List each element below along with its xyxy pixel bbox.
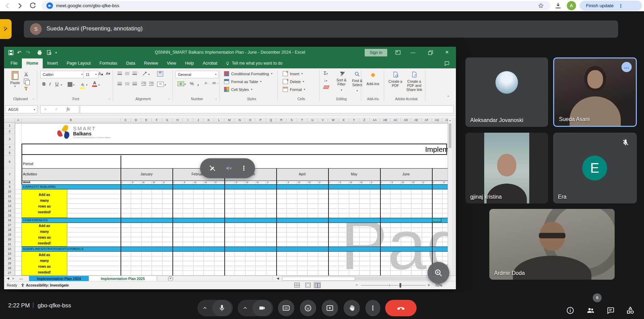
align-top-icon[interactable] [117,72,122,75]
column-header-A[interactable]: A [15,118,22,122]
row-header-12[interactable]: 12 [4,199,15,203]
find-select-button[interactable]: Find & Select▾ [350,71,365,93]
select-all-corner[interactable] [4,118,15,122]
add-rows-note-cell[interactable]: Add asmanyrows asneeded! [22,189,67,218]
column-header-E[interactable]: E [141,118,152,122]
autosum-button[interactable]: Σ▾ [324,70,328,76]
paste-button[interactable]: Paste ▾ [9,70,21,92]
participant-tile-sueda[interactable]: … Sueda Asani [553,57,637,127]
row-header-24[interactable]: 24 [4,256,15,261]
accounting-format-button[interactable]: $ [178,81,184,86]
row-header-23[interactable]: 23 [4,251,15,256]
people-button[interactable] [585,304,597,317]
sheet-more-icon[interactable]: … [19,276,23,280]
row-header-15[interactable]: 15 [4,213,15,218]
borders-dropdown-icon[interactable]: ▾ [73,83,74,87]
cut-icon[interactable] [24,72,29,77]
bookmark-star-icon[interactable] [537,2,544,9]
column-header-V[interactable]: V [318,118,328,122]
underline-dropdown-icon[interactable]: ▾ [61,83,62,87]
sheet-tab-2025[interactable]: Implementation Plan 2025 [89,276,157,281]
sheet-tab-2024[interactable]: Implementation Plan 2024 [29,276,89,281]
tell-me-box[interactable]: Tell me what you want to do [225,61,282,66]
format-cells-button[interactable]: Format▾ [283,87,305,92]
align-left-icon[interactable] [117,82,122,85]
cell-styles-button[interactable]: Cell Styles▾ [224,87,252,92]
chat-button[interactable] [604,304,617,317]
vertical-scrollbar[interactable]: ▴ [448,118,452,276]
tile-more-options-icon[interactable]: … [621,62,632,72]
page-layout-view-icon[interactable] [305,283,311,288]
row-header-1[interactable]: 1 [4,122,15,129]
reactions-button[interactable] [300,300,316,316]
participant-tile-era[interactable]: E Era [553,133,637,203]
orientation-icon[interactable] [142,71,147,76]
format-as-table-button[interactable]: Format as Table▾ [224,79,262,84]
wrap-text-icon[interactable]: ab [157,71,163,77]
download-icon[interactable] [554,1,562,10]
column-header-K[interactable]: K [204,118,214,122]
create-pdf-share-button[interactable]: Create a PDF and Share link [404,71,424,92]
ribbon-tab-review[interactable]: Review [140,58,163,68]
conditional-formatting-button[interactable]: Conditional Formatting▾ [224,71,272,76]
shrink-font-button[interactable]: A▾ [106,71,110,76]
font-size-select[interactable]: 11▾ [83,71,98,78]
more-options-button[interactable]: ⋮ [365,300,380,316]
row-header-2[interactable]: 2 [4,129,15,134]
row-header-16[interactable]: 16 [4,218,15,223]
add-rows-note-cell[interactable]: Add asmanyrows asneeded! [22,251,67,276]
sort-filter-button[interactable]: AZ Sort & Filter▾ [335,71,348,92]
ribbon-tab-file[interactable]: File [6,58,22,68]
sheet-next-icon[interactable]: ▶ [12,277,15,280]
merge-center-icon[interactable] [157,82,164,87]
row-header-18[interactable]: 18 [4,227,15,232]
mic-button[interactable] [212,300,232,316]
column-header-AC[interactable]: AC [390,118,401,122]
column-header-W[interactable]: W [328,118,338,122]
new-sheet-icon[interactable]: + [168,276,173,281]
align-right-icon[interactable] [132,82,137,85]
ribbon-tab-data[interactable]: Data [122,58,139,68]
url-text[interactable]: meet.google.com/gbo-qfke-bss [56,3,119,8]
magnifier-button[interactable] [428,262,449,284]
row-header-14[interactable]: 14 [4,208,15,213]
decrease-indent-icon[interactable] [141,82,146,86]
merge-dropdown-icon[interactable]: ▾ [165,83,166,87]
ribbon-tab-formulas[interactable]: Formulas [95,58,122,68]
column-header-X[interactable]: X [338,118,349,122]
column-header-AA[interactable]: AA [370,118,380,122]
row-header-13[interactable]: 13 [4,203,15,208]
font-launcher-icon[interactable]: ⌐ [109,97,110,101]
reload-icon[interactable] [29,2,37,10]
sheet-prev-icon[interactable]: ◀ [7,277,9,280]
row-header-21[interactable]: 21 [4,242,15,247]
column-header-S[interactable]: S [286,118,297,122]
participant-tile-kristina[interactable]: gjinaj kristina [465,133,548,203]
comments-icon[interactable] [444,61,450,66]
grow-font-button[interactable]: A▴ [98,71,103,76]
number-launcher-icon[interactable]: ⌐ [215,97,217,101]
accounting-dropdown-icon[interactable]: ▾ [184,83,186,86]
bold-button[interactable]: B [42,81,45,87]
participant-tile-ardmir[interactable]: Ardmir Doda [489,209,615,280]
page-break-preview-button[interactable] [313,282,321,288]
delete-cells-button[interactable]: × Delete▾ [283,79,304,84]
zoom-slider-track[interactable] [361,285,426,285]
column-header-H[interactable]: H [172,118,183,122]
row-header-4[interactable]: 4 [4,144,15,150]
address-bar[interactable]: meet.google.com/gbo-qfke-bss [42,1,550,10]
close-icon[interactable]: × [443,49,451,56]
row-header-10[interactable]: 10 [4,189,15,194]
browser-menu-icon[interactable]: ⋮ [618,3,623,9]
enter-icon[interactable]: ✓ [55,107,58,111]
ribbon-tab-home[interactable]: Home [22,58,43,68]
row-header-17[interactable]: 17 [4,223,15,227]
column-header-B[interactable]: B [22,118,121,122]
insert-cells-button[interactable]: Insert▾ [283,71,303,76]
font-name-select[interactable]: Calibri▾ [40,71,85,78]
row-header-5[interactable]: 5 [4,150,15,156]
row-header-19[interactable]: 19 [4,232,15,237]
section-row[interactable]: CAPACITY BUILDING [22,184,448,189]
formula-input[interactable] [80,105,453,114]
zoom-out-icon[interactable]: − [355,282,358,288]
